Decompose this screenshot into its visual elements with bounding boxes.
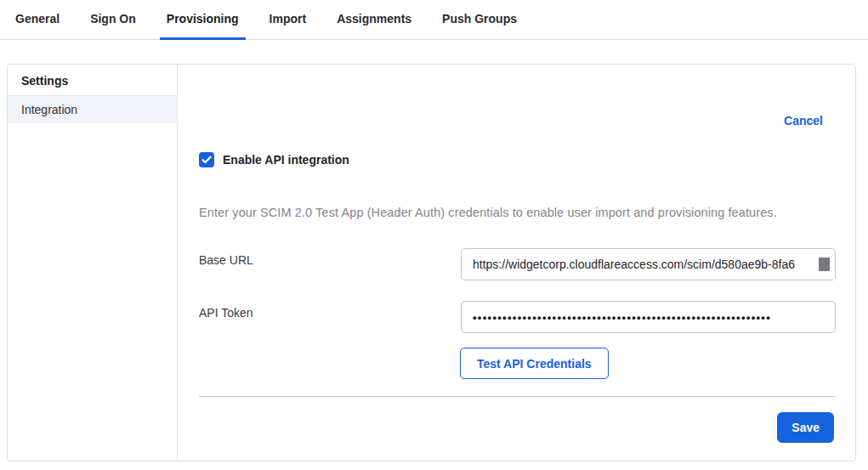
tab-general[interactable]: General xyxy=(9,0,66,40)
settings-sidebar: Settings Integration xyxy=(8,65,178,461)
test-api-credentials-button[interactable]: Test API Credentials xyxy=(460,348,609,379)
cancel-link[interactable]: Cancel xyxy=(784,114,823,127)
tab-provisioning[interactable]: Provisioning xyxy=(160,0,246,40)
app-provisioning-page: General Sign On Provisioning Import Assi… xyxy=(0,0,868,470)
base-url-input-wrap xyxy=(461,248,836,280)
sidebar-header-settings: Settings xyxy=(8,65,177,96)
tab-assignments[interactable]: Assignments xyxy=(330,0,418,40)
enable-api-checkbox[interactable] xyxy=(199,152,214,167)
tab-push-groups[interactable]: Push Groups xyxy=(435,0,524,40)
base-url-input[interactable] xyxy=(461,248,836,280)
credentials-description: Enter your SCIM 2.0 Test App (Header Aut… xyxy=(199,206,830,219)
check-icon xyxy=(201,156,212,164)
footer-divider xyxy=(199,396,836,397)
enable-api-checkbox-label: Enable API integration xyxy=(223,153,349,167)
provisioning-panel: Settings Integration Cancel Enable API i… xyxy=(7,64,856,462)
api-token-input-wrap xyxy=(461,301,836,333)
app-tab-bar: General Sign On Provisioning Import Assi… xyxy=(0,0,868,40)
enable-api-integration-row: Enable API integration xyxy=(199,152,349,167)
sidebar-item-integration[interactable]: Integration xyxy=(8,96,177,123)
base-url-label: Base URL xyxy=(199,253,253,267)
tab-sign-on[interactable]: Sign On xyxy=(83,0,143,40)
save-button[interactable]: Save xyxy=(777,412,834,443)
tab-import[interactable]: Import xyxy=(263,0,314,40)
api-token-label: API Token xyxy=(199,306,253,320)
integration-settings-form: Cancel Enable API integration Enter your… xyxy=(178,65,855,461)
api-token-input[interactable] xyxy=(461,301,836,333)
